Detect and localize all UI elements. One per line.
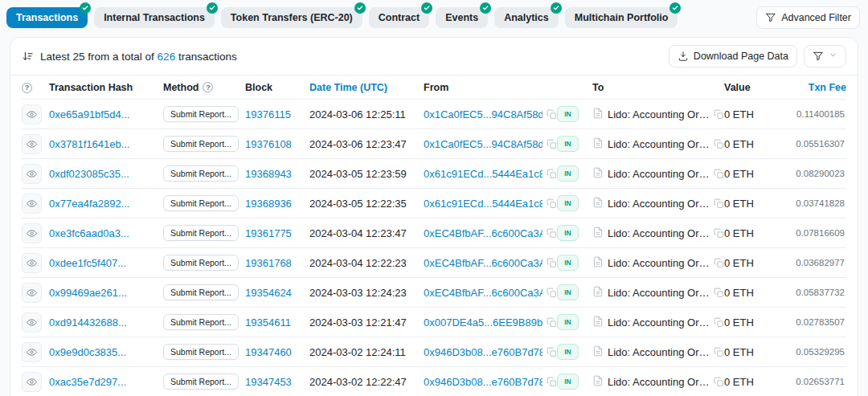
- copy-icon[interactable]: [547, 109, 557, 120]
- filter-dropdown-button[interactable]: [804, 45, 846, 67]
- from-address-link[interactable]: 0x61c91ECd...5444Ea1c8: [424, 198, 542, 210]
- block-link[interactable]: 19354624: [245, 287, 292, 299]
- header-txn-fee-toggle[interactable]: Txn Fee: [809, 82, 846, 93]
- copy-icon[interactable]: [547, 347, 557, 357]
- copy-icon[interactable]: [714, 377, 724, 387]
- method-button[interactable]: Submit Report...: [163, 225, 239, 242]
- copy-icon[interactable]: [547, 317, 557, 328]
- from-address-link[interactable]: 0xEC4BfbAF...6c600Ca3A: [424, 227, 542, 239]
- tx-hash-link[interactable]: 0x99469ae261...: [49, 287, 127, 299]
- copy-icon[interactable]: [714, 347, 724, 357]
- tx-hash-link[interactable]: 0x3781f1641eb...: [49, 138, 129, 150]
- to-address-link[interactable]: Lido: Accounting Oracle: [608, 138, 710, 150]
- tab-analytics[interactable]: Analytics: [494, 7, 559, 29]
- tab-internal-transactions[interactable]: Internal Transactions: [94, 7, 215, 29]
- tx-hash-link[interactable]: 0xe3fc6aad0a3...: [49, 227, 129, 239]
- copy-icon[interactable]: [547, 198, 557, 209]
- from-address-link[interactable]: 0x61c91ECd...5444Ea1c8: [424, 168, 542, 180]
- method-button[interactable]: Submit Report...: [163, 374, 239, 390]
- to-address-link[interactable]: Lido: Accounting Oracle: [608, 198, 710, 210]
- eye-button[interactable]: [22, 194, 42, 214]
- to-address-link[interactable]: Lido: Accounting Oracle: [608, 257, 710, 269]
- tab-events[interactable]: Events: [436, 7, 488, 29]
- tx-hash-link[interactable]: 0x77ea4fa2892...: [49, 198, 129, 210]
- funnel-icon: [765, 12, 776, 23]
- to-address-link[interactable]: Lido: Accounting Oracle: [608, 316, 710, 329]
- block-link[interactable]: 19361775: [245, 227, 292, 239]
- block-link[interactable]: 19376115: [245, 108, 291, 120]
- from-address-link[interactable]: 0x946D3b08...e760B7d78: [424, 346, 542, 358]
- copy-icon[interactable]: [547, 169, 557, 179]
- funnel-icon: [813, 51, 824, 62]
- method-button[interactable]: Submit Report...: [163, 314, 239, 331]
- header-datetime-toggle[interactable]: Date Time (UTC): [309, 82, 387, 93]
- eye-button[interactable]: [22, 104, 42, 125]
- method-button[interactable]: Submit Report...: [163, 106, 239, 123]
- to-address-link[interactable]: Lido: Accounting Oracle: [608, 227, 710, 239]
- eye-button[interactable]: [22, 283, 42, 303]
- eye-button[interactable]: [22, 223, 42, 243]
- eye-button[interactable]: [22, 253, 42, 273]
- block-link[interactable]: 19347460: [245, 346, 292, 358]
- download-page-data-button[interactable]: Download Page Data: [669, 45, 797, 67]
- copy-icon[interactable]: [547, 258, 557, 268]
- datetime-text: 2024-03-05 12:23:59: [309, 168, 424, 180]
- eye-button[interactable]: [22, 164, 42, 184]
- copy-icon[interactable]: [714, 169, 724, 179]
- copy-icon[interactable]: [714, 139, 724, 149]
- eye-button[interactable]: [22, 312, 42, 333]
- from-address-link[interactable]: 0xEC4BfbAF...6c600Ca3A: [424, 287, 542, 299]
- block-link[interactable]: 19376108: [245, 138, 292, 150]
- to-address-link[interactable]: Lido: Accounting Oracle: [608, 376, 710, 388]
- from-address-link[interactable]: 0x946D3b08...e760B7d78: [424, 376, 542, 388]
- tx-hash-link[interactable]: 0x9e9d0c3835...: [49, 346, 126, 358]
- from-address-link[interactable]: 0x007DE4a5...6EE9B89b5: [424, 316, 542, 329]
- copy-icon[interactable]: [714, 109, 724, 120]
- copy-icon[interactable]: [547, 288, 557, 298]
- tx-hash-link[interactable]: 0xe65a91bf5d4...: [49, 108, 129, 120]
- from-address-link[interactable]: 0x1Ca0fEC5...94C8Af58d: [424, 138, 542, 150]
- copy-icon[interactable]: [714, 198, 724, 209]
- tab-transactions[interactable]: Transactions: [6, 7, 88, 29]
- method-button[interactable]: Submit Report...: [163, 136, 239, 153]
- tab-contract[interactable]: Contract: [369, 7, 429, 29]
- eye-button[interactable]: [22, 342, 42, 362]
- copy-icon[interactable]: [547, 377, 557, 387]
- to-address-link[interactable]: Lido: Accounting Oracle: [608, 346, 710, 358]
- tx-hash-link[interactable]: 0xdf023085c35...: [49, 168, 129, 180]
- method-button[interactable]: Submit Report...: [163, 344, 239, 361]
- method-help-icon[interactable]: ?: [203, 82, 213, 92]
- copy-icon[interactable]: [714, 317, 724, 328]
- copy-icon[interactable]: [547, 228, 557, 239]
- method-button[interactable]: Submit Report...: [163, 165, 239, 182]
- to-address-link[interactable]: Lido: Accounting Oracle: [608, 108, 710, 120]
- block-link[interactable]: 19361768: [245, 257, 292, 269]
- from-address-link[interactable]: 0xEC4BfbAF...6c600Ca3A: [424, 257, 542, 269]
- tab-multichain-portfolio[interactable]: Multichain Portfolio: [565, 7, 678, 29]
- from-address-link[interactable]: 0x1Ca0fEC5...94C8Af58d: [424, 108, 542, 120]
- tx-hash-link[interactable]: 0xd914432688...: [49, 316, 127, 329]
- to-address-link[interactable]: Lido: Accounting Oracle: [608, 287, 710, 299]
- help-question-icon[interactable]: ?: [22, 83, 32, 93]
- transactions-count-link[interactable]: 626: [158, 51, 176, 63]
- copy-icon[interactable]: [547, 139, 557, 149]
- method-button[interactable]: Submit Report...: [163, 284, 239, 301]
- copy-icon[interactable]: [714, 258, 724, 268]
- eye-button[interactable]: [22, 134, 42, 154]
- block-link[interactable]: 19368936: [245, 198, 292, 210]
- advanced-filter-button[interactable]: Advanced Filter: [756, 6, 860, 29]
- tx-hash-link[interactable]: 0xdee1fc5f407...: [49, 257, 126, 269]
- contract-file-icon: [592, 137, 604, 151]
- eye-button[interactable]: [22, 372, 42, 392]
- tx-hash-link[interactable]: 0xac35e7d297...: [49, 376, 126, 388]
- copy-icon[interactable]: [714, 228, 724, 239]
- block-link[interactable]: 19368943: [245, 168, 292, 180]
- tab-token-transfers-erc-20[interactable]: Token Transfers (ERC-20): [221, 7, 362, 29]
- to-address-link[interactable]: Lido: Accounting Oracle: [608, 168, 710, 180]
- block-link[interactable]: 19354611: [245, 316, 291, 329]
- method-button[interactable]: Submit Report...: [163, 195, 239, 212]
- block-link[interactable]: 19347453: [245, 376, 292, 388]
- method-button[interactable]: Submit Report...: [163, 255, 239, 271]
- copy-icon[interactable]: [714, 288, 724, 298]
- tab-label: Token Transfers (ERC-20): [231, 12, 353, 23]
